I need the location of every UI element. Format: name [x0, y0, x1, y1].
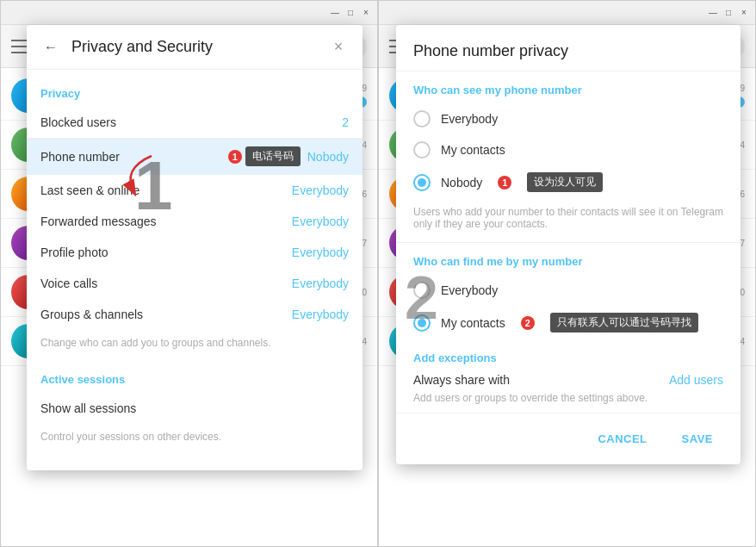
privacy-section-label: Privacy: [27, 84, 363, 107]
phone-number-row[interactable]: Phone number 1 电话号码 Nobody: [27, 138, 363, 175]
voice-calls-label: Voice calls: [40, 277, 292, 290]
active-sessions-label: Active sessions: [27, 363, 363, 393]
profile-photo-value: Everybody: [292, 246, 349, 259]
sessions-footer: Control your sessions on other devices.: [27, 424, 363, 457]
left-window: — □ × 1:495496 1:34: [0, 0, 378, 547]
find-everybody-label: Everybody: [441, 283, 498, 297]
privacy-close-button[interactable]: ×: [328, 37, 349, 58]
annotation-circle-1: 1: [228, 150, 242, 164]
phone-privacy-dialog: Phone number privacy Who can see my phon…: [396, 25, 741, 464]
show-all-sessions-label: Show all sessions: [40, 401, 349, 415]
forwarded-messages-value: Everybody: [292, 214, 349, 228]
voice-calls-row[interactable]: Voice calls Everybody: [27, 268, 363, 299]
phone-number-label: Phone number: [40, 150, 228, 164]
phone-tooltip: 电话号码: [245, 146, 301, 166]
find-everybody-radio[interactable]: [413, 282, 431, 299]
last-seen-value: Everybody: [292, 183, 349, 197]
blocked-users-value: 2: [342, 115, 349, 129]
profile-photo-row[interactable]: Profile photo Everybody: [27, 237, 363, 268]
see-contacts-label: My contacts: [441, 143, 505, 157]
close-btn-right[interactable]: ×: [738, 7, 750, 19]
privacy-dialog-header: ← Privacy and Security ×: [27, 25, 363, 70]
dialog-footer: CANCEL SAVE: [396, 413, 741, 464]
see-nobody-radio[interactable]: [413, 174, 431, 191]
minimize-btn-right[interactable]: —: [707, 7, 719, 19]
privacy-note: Users who add your number to their conta…: [396, 199, 741, 243]
forwarded-messages-row[interactable]: Forwarded messages Everybody: [27, 206, 363, 237]
maximize-btn-right[interactable]: □: [722, 7, 734, 19]
add-exceptions-section: Add exceptions Always share with Add use…: [396, 339, 741, 413]
who-find-title: Who can find me by my number: [396, 243, 741, 275]
left-titlebar: — □ ×: [1, 1, 377, 25]
back-button[interactable]: ←: [40, 37, 61, 58]
see-nobody-radio-inner: [418, 178, 426, 187]
who-see-title: Who can see my phone number: [396, 71, 741, 103]
right-titlebar: — □ ×: [379, 1, 755, 25]
see-everybody-option[interactable]: Everybody: [396, 103, 741, 134]
annotation-nobody-circle: 1: [498, 176, 511, 190]
nobody-tooltip: 设为没人可见: [527, 172, 603, 192]
see-everybody-radio[interactable]: [413, 110, 431, 127]
maximize-btn-left[interactable]: □: [344, 7, 356, 19]
see-contacts-radio[interactable]: [413, 141, 431, 159]
cancel-button[interactable]: CANCEL: [584, 426, 660, 452]
phone-number-value: Nobody: [307, 150, 349, 164]
hamburger-icon: [11, 40, 28, 53]
phone-dialog-header: Phone number privacy: [396, 25, 741, 71]
phone-dialog-title: Phone number privacy: [413, 42, 723, 60]
phone-dialog-content: Who can see my phone number Everybody My…: [396, 71, 741, 464]
save-button[interactable]: SAVE: [668, 426, 727, 452]
privacy-dialog: ← Privacy and Security × Privacy Blocked…: [27, 25, 363, 470]
blocked-users-row[interactable]: Blocked users 2: [27, 107, 363, 138]
find-contacts-radio-inner: [418, 319, 426, 327]
minimize-btn-left[interactable]: —: [329, 7, 341, 19]
blocked-users-label: Blocked users: [40, 115, 342, 129]
contacts-tooltip: 只有联系人可以通过号码寻找: [550, 313, 698, 333]
groups-footer: Change who can add you to groups and cha…: [27, 330, 363, 363]
right-window: — □ × 1:49496 1:34: [378, 0, 756, 547]
see-everybody-label: Everybody: [441, 112, 498, 126]
always-share-row: Always share with Add users: [413, 373, 723, 387]
privacy-dialog-title: Privacy and Security: [71, 38, 318, 56]
see-contacts-option[interactable]: My contacts: [396, 134, 741, 165]
groups-channels-row[interactable]: Groups & channels Everybody: [27, 299, 363, 330]
always-share-label: Always share with: [413, 373, 510, 387]
exceptions-note: Add users or groups to override the sett…: [413, 392, 723, 404]
see-nobody-label: Nobody: [441, 176, 482, 190]
forwarded-messages-label: Forwarded messages: [40, 214, 292, 228]
add-exceptions-title: Add exceptions: [413, 351, 723, 364]
show-all-sessions-row[interactable]: Show all sessions: [27, 393, 363, 424]
profile-photo-label: Profile photo: [40, 246, 292, 259]
annotation-contacts-circle: 2: [521, 316, 535, 330]
groups-channels-value: Everybody: [292, 308, 349, 321]
find-everybody-option[interactable]: Everybody: [396, 275, 741, 306]
see-nobody-option[interactable]: Nobody 1 设为没人可见: [396, 165, 741, 199]
last-seen-row[interactable]: Last seen & online Everybody: [27, 175, 363, 206]
find-contacts-radio[interactable]: [413, 314, 431, 332]
add-users-button[interactable]: Add users: [669, 373, 723, 387]
find-contacts-label: My contacts: [441, 316, 505, 330]
find-contacts-option[interactable]: My contacts 2 只有联系人可以通过号码寻找: [396, 306, 741, 339]
voice-calls-value: Everybody: [292, 277, 349, 290]
close-btn-left[interactable]: ×: [360, 7, 372, 19]
groups-channels-label: Groups & channels: [40, 308, 292, 321]
privacy-dialog-content: Privacy Blocked users 2 Phone number 1 电…: [27, 70, 363, 470]
last-seen-label: Last seen & online: [40, 183, 292, 197]
